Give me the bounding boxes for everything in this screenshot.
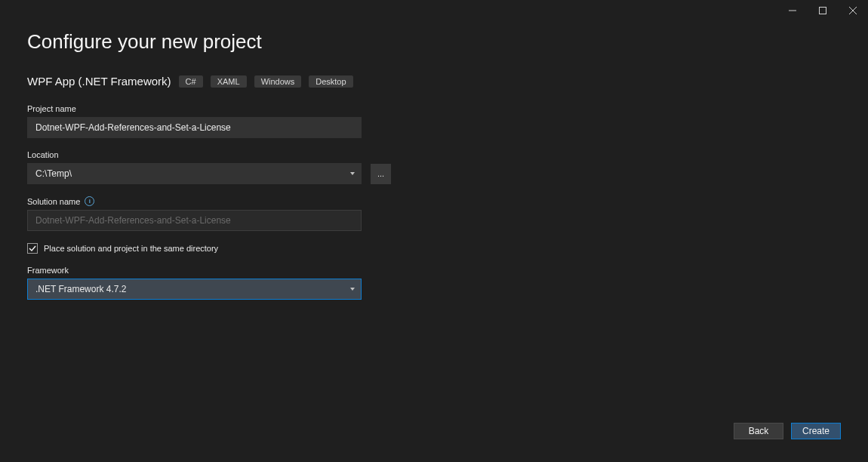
window-controls [777,0,868,21]
check-icon [29,245,36,252]
maximize-icon [819,7,826,14]
back-button[interactable]: Back [734,423,783,439]
template-tag: XAML [211,75,247,88]
create-button[interactable]: Create [791,423,841,439]
template-row: WPF App (.NET Framework) C# XAML Windows… [27,75,841,88]
footer-buttons: Back Create [734,423,841,439]
location-value: C:\Temp\ [35,168,72,179]
location-label: Location [27,150,841,159]
solution-name-label: Solution name i [27,196,841,206]
template-tag: C# [179,75,203,88]
info-icon[interactable]: i [85,196,94,206]
template-tag: Windows [254,75,302,88]
template-name: WPF App (.NET Framework) [27,75,171,88]
browse-button[interactable]: ... [371,164,391,184]
dialog-content: Configure your new project WPF App (.NET… [0,0,868,300]
framework-label: Framework [27,266,841,275]
close-icon [849,7,857,14]
chevron-down-icon [350,172,355,175]
minimize-icon [789,7,796,14]
solution-name-input [27,210,362,231]
chevron-down-icon [350,288,355,291]
framework-combo[interactable]: .NET Framework 4.7.2 [27,279,362,300]
svg-rect-1 [820,8,826,14]
maximize-button[interactable] [808,0,838,21]
project-name-input[interactable] [27,117,362,138]
minimize-button[interactable] [777,0,808,21]
project-name-label: Project name [27,104,841,113]
solution-name-label-text: Solution name [27,197,80,206]
location-combo[interactable]: C:\Temp\ [27,163,362,184]
template-tag: Desktop [309,75,352,88]
framework-value: .NET Framework 4.7.2 [35,284,126,294]
close-button[interactable] [838,0,868,21]
page-title: Configure your new project [27,30,841,54]
same-directory-checkbox[interactable]: Place solution and project in the same d… [27,243,841,254]
same-directory-label: Place solution and project in the same d… [44,244,218,253]
checkbox-box [27,243,38,254]
